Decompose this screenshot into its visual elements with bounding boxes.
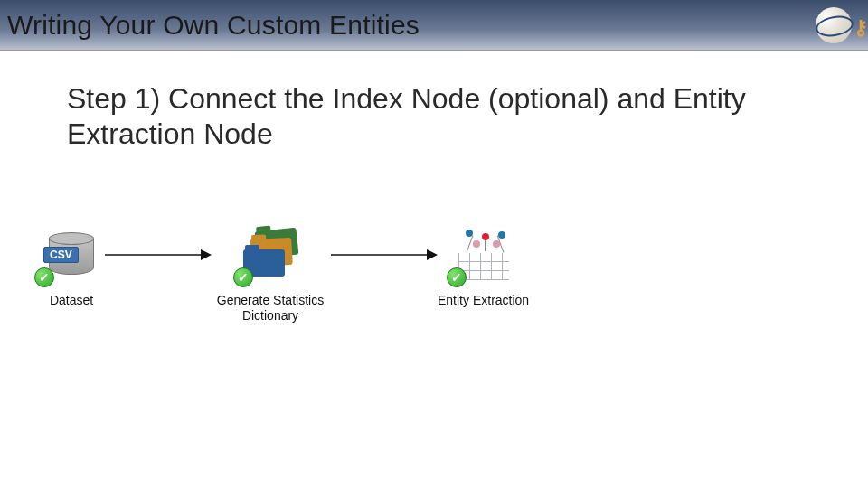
node-dataset: CSV ✓ Dataset — [40, 226, 103, 308]
node-label: Entity Extraction — [438, 293, 529, 308]
workflow-diagram: CSV ✓ Dataset ✓ Generate Statistics D — [40, 226, 673, 380]
csv-badge: CSV — [43, 247, 79, 263]
header-bar: Writing Your Own Custom Entities ⚷ — [0, 0, 868, 51]
node-label: Dataset — [50, 293, 93, 308]
node-label: Generate Statistics Dictionary — [212, 293, 329, 324]
step-heading: Step 1) Connect the Index Node (optional… — [0, 51, 868, 152]
page-title: Writing Your Own Custom Entities — [7, 10, 420, 41]
globe-icon: ⚷ — [816, 7, 852, 43]
checkmark-icon: ✓ — [447, 267, 467, 287]
slide: Writing Your Own Custom Entities ⚷ Step … — [0, 0, 868, 488]
checkmark-icon: ✓ — [233, 267, 253, 287]
svg-marker-3 — [427, 249, 438, 260]
arrow-icon — [329, 226, 438, 284]
network-graph-icon: ✓ — [452, 226, 515, 284]
product-logo: ⚷ — [816, 7, 852, 43]
svg-marker-1 — [201, 249, 212, 260]
node-entity-extraction: ✓ Entity Extraction — [438, 226, 529, 308]
checkmark-icon: ✓ — [34, 267, 54, 287]
folders-icon: ✓ — [239, 226, 302, 284]
csv-database-icon: CSV ✓ — [40, 226, 103, 284]
node-generate-statistics: ✓ Generate Statistics Dictionary — [212, 226, 329, 324]
arrow-icon — [103, 226, 212, 284]
key-icon: ⚷ — [854, 16, 868, 40]
